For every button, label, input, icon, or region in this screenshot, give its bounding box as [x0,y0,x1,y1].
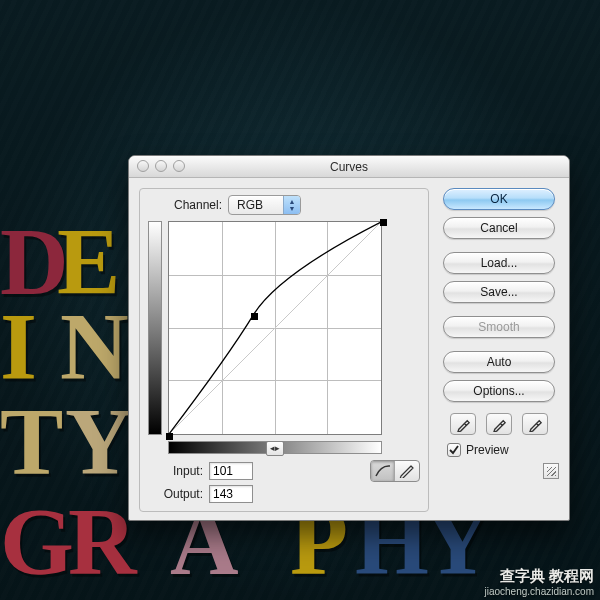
curve-point-start[interactable] [166,433,173,440]
gradient-midpoint-handle[interactable]: ◂▸ [266,441,284,456]
preview-label: Preview [466,443,509,457]
ok-button[interactable]: OK [443,188,555,210]
eyedropper-gray-icon[interactable] [486,413,512,435]
curve-point-end[interactable] [380,219,387,226]
window-controls[interactable] [137,160,185,172]
resize-handle-icon[interactable] [543,463,559,479]
vertical-gradient [148,221,162,435]
check-icon [449,445,459,455]
curve-mode-toggle[interactable] [370,460,420,482]
dialog-title: Curves [330,160,368,174]
output-field[interactable] [209,485,253,503]
close-icon[interactable] [137,160,149,172]
curves-plot[interactable] [168,221,382,435]
channel-value: RGB [229,198,283,212]
zoom-icon[interactable] [173,160,185,172]
cancel-button[interactable]: Cancel [443,217,555,239]
input-field[interactable] [209,462,253,480]
load-button[interactable]: Load... [443,252,555,274]
channel-label: Channel: [174,198,222,212]
save-button[interactable]: Save... [443,281,555,303]
curves-dialog: Curves Channel: RGB ▲▼ [128,155,570,521]
svg-line-0 [169,222,381,434]
curve-smooth-icon[interactable] [371,461,395,481]
channel-select[interactable]: RGB ▲▼ [228,195,301,215]
horizontal-gradient[interactable]: ◂▸ [168,441,382,454]
eyedropper-white-icon[interactable] [522,413,548,435]
minimize-icon[interactable] [155,160,167,172]
preview-checkbox[interactable] [447,443,461,457]
curves-group: Channel: RGB ▲▼ [139,188,429,512]
watermark: 查字典 教程网 jiaocheng.chazidian.com [484,567,594,598]
eyedropper-black-icon[interactable] [450,413,476,435]
stepper-icon[interactable]: ▲▼ [283,196,300,214]
options-button[interactable]: Options... [443,380,555,402]
curve-pencil-icon[interactable] [395,461,419,481]
smooth-button: Smooth [443,316,555,338]
dialog-titlebar[interactable]: Curves [129,156,569,178]
output-label: Output: [148,487,203,501]
auto-button[interactable]: Auto [443,351,555,373]
curve-point-selected[interactable] [251,313,258,320]
input-label: Input: [148,464,203,478]
